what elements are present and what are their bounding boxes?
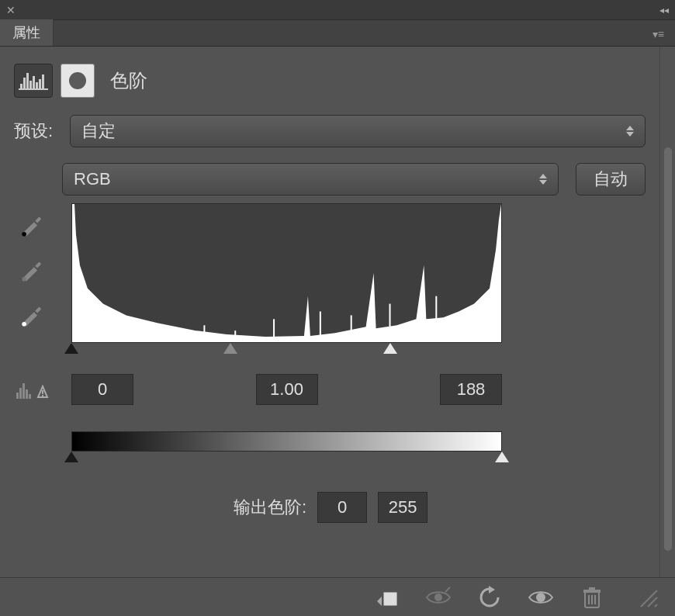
clip-to-layer-icon[interactable] <box>372 586 402 609</box>
svg-rect-6 <box>26 389 28 399</box>
svg-point-21 <box>434 594 442 601</box>
output-white-handle[interactable] <box>495 452 509 462</box>
svg-rect-11 <box>142 323 144 342</box>
panel-menu-icon[interactable]: ▾≡ <box>652 28 664 40</box>
svg-rect-8 <box>42 390 43 394</box>
preset-value: 自定 <box>81 119 116 143</box>
input-levels-slider[interactable] <box>71 343 502 355</box>
white-point-eyedropper-icon[interactable] <box>19 301 45 327</box>
view-previous-state-icon[interactable] <box>424 586 453 609</box>
output-gradient <box>71 431 502 452</box>
svg-rect-14 <box>234 330 236 342</box>
svg-point-22 <box>536 593 545 602</box>
svg-rect-16 <box>320 311 321 342</box>
channel-value: RGB <box>74 169 111 189</box>
input-black-field[interactable] <box>71 374 133 405</box>
black-point-handle[interactable] <box>64 343 78 354</box>
svg-point-1 <box>22 277 26 282</box>
channel-select[interactable]: RGB <box>62 163 559 196</box>
output-black-field[interactable] <box>317 492 367 523</box>
layer-mask-icon[interactable] <box>61 64 95 98</box>
delete-icon[interactable] <box>577 586 607 609</box>
clip-warning-icon[interactable] <box>15 377 49 400</box>
scrollbar-thumb[interactable] <box>664 147 672 551</box>
output-black-handle[interactable] <box>64 452 78 462</box>
svg-rect-19 <box>435 296 437 342</box>
resize-grip-icon[interactable] <box>633 586 663 609</box>
svg-rect-9 <box>42 395 43 396</box>
svg-rect-17 <box>351 315 352 342</box>
close-icon[interactable]: ✕ <box>6 4 16 16</box>
svg-rect-13 <box>203 325 205 342</box>
gamma-handle[interactable] <box>223 343 237 354</box>
svg-rect-7 <box>29 394 31 399</box>
svg-rect-3 <box>16 393 19 399</box>
svg-rect-15 <box>273 319 275 342</box>
output-levels-label: 输出色阶: <box>234 496 306 519</box>
collapse-chevrons-icon[interactable]: ◂◂ <box>659 5 669 16</box>
svg-rect-24 <box>583 590 601 593</box>
chevron-updown-icon <box>623 122 637 140</box>
reset-icon[interactable] <box>475 586 504 609</box>
input-white-field[interactable] <box>440 374 502 405</box>
visibility-icon[interactable] <box>526 586 556 609</box>
svg-rect-5 <box>22 383 25 399</box>
output-white-field[interactable] <box>378 492 428 523</box>
panel-scrollbar[interactable] <box>659 47 675 577</box>
panel-title-bar: ✕ ◂◂ <box>0 0 675 20</box>
histogram <box>71 203 502 343</box>
auto-button[interactable]: 自动 <box>576 163 646 196</box>
svg-rect-4 <box>19 388 22 399</box>
svg-rect-12 <box>173 327 175 342</box>
svg-point-0 <box>22 232 26 237</box>
panel-footer <box>0 577 675 616</box>
levels-histogram-icon[interactable] <box>14 64 53 98</box>
svg-rect-18 <box>389 304 391 342</box>
svg-rect-25 <box>589 587 595 590</box>
gray-point-eyedropper-icon[interactable] <box>19 256 45 282</box>
tab-bar: 属性 ▾≡ <box>0 20 675 47</box>
black-point-eyedropper-icon[interactable] <box>19 211 45 237</box>
output-levels-slider[interactable] <box>71 452 502 464</box>
preset-select[interactable]: 自定 <box>70 115 646 147</box>
tab-properties[interactable]: 属性 <box>0 19 54 46</box>
adjustment-title: 色阶 <box>110 68 147 93</box>
preset-label: 预设: <box>14 119 59 143</box>
chevron-updown-icon <box>536 170 550 189</box>
white-point-handle[interactable] <box>383 343 397 354</box>
svg-rect-10 <box>119 319 120 342</box>
input-gamma-field[interactable] <box>256 374 318 405</box>
svg-point-2 <box>22 322 26 327</box>
svg-rect-20 <box>383 592 397 606</box>
